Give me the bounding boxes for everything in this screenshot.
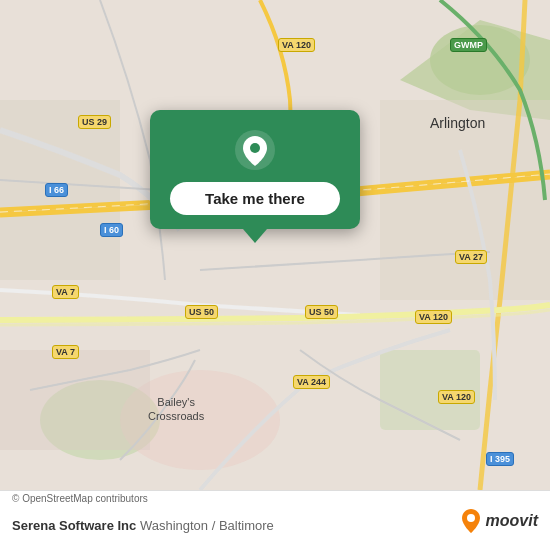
road-label-va120-mid: VA 120	[415, 310, 452, 324]
road-label-va7-bottom: VA 7	[52, 345, 79, 359]
road-label-i60: I 60	[100, 223, 123, 237]
map-background	[0, 0, 550, 490]
road-label-va120-bottom: VA 120	[438, 390, 475, 404]
place-label-arlington: Arlington	[430, 115, 485, 131]
svg-rect-8	[0, 350, 150, 450]
road-label-gwmp: GWMP	[450, 38, 487, 52]
road-label-i66: I 66	[45, 183, 68, 197]
place-label-baileys: Bailey'sCrossroads	[148, 395, 204, 424]
popup-card: Take me there	[150, 110, 360, 229]
map-container: VA 120 GWMP US 29 I 66 I 60 VA 7 US 50 U…	[0, 0, 550, 490]
svg-point-11	[467, 514, 475, 522]
road-label-us50-right: US 50	[305, 305, 338, 319]
moovit-brand-text: moovit	[486, 512, 538, 530]
footer-bar: © OpenStreetMap contributors Serena Soft…	[0, 490, 550, 550]
copyright-text: © OpenStreetMap contributors	[12, 493, 148, 504]
road-label-us50-left: US 50	[185, 305, 218, 319]
location-pin-icon	[233, 128, 277, 172]
road-label-i395: I 395	[486, 452, 514, 466]
svg-point-10	[250, 143, 260, 153]
road-label-va7-top: VA 7	[52, 285, 79, 299]
moovit-logo: moovit	[460, 508, 538, 534]
road-label-us29: US 29	[78, 115, 111, 129]
road-label-va120-top: VA 120	[278, 38, 315, 52]
road-label-va27: VA 27	[455, 250, 487, 264]
take-me-there-button[interactable]: Take me there	[170, 182, 340, 215]
footer-place-info: Serena Software Inc Washington / Baltimo…	[12, 508, 460, 533]
moovit-pin-icon	[460, 508, 482, 534]
popup-pointer	[243, 229, 267, 243]
road-label-va244: VA 244	[293, 375, 330, 389]
